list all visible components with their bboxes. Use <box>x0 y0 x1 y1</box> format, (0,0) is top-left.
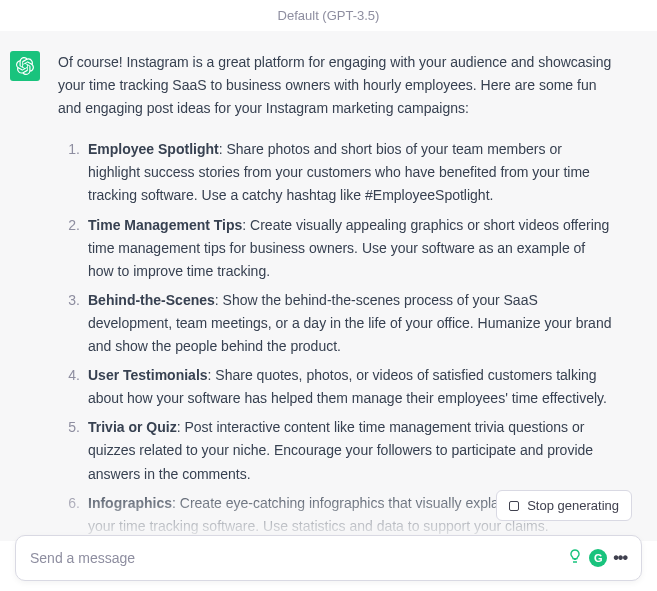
message-inner: Of course! Instagram is a great platform… <box>0 51 657 541</box>
grammarly-icon[interactable]: G <box>589 549 607 567</box>
input-icons: G ••• <box>567 548 627 568</box>
list-number: 1. <box>58 138 80 207</box>
list-title: Employee Spotlight <box>88 141 219 157</box>
intro-text: Of course! Instagram is a great platform… <box>58 51 612 120</box>
list-content: Employee Spotlight: Share photos and sho… <box>88 138 612 207</box>
input-container[interactable]: G ••• <box>15 535 642 581</box>
list-item: 2. Time Management Tips: Create visually… <box>58 214 612 283</box>
header: Default (GPT-3.5) <box>0 0 657 31</box>
list-title: Behind-the-Scenes <box>88 292 215 308</box>
list-item: 1. Employee Spotlight: Share photos and … <box>58 138 612 207</box>
openai-logo-icon <box>16 57 34 75</box>
list-item: 3. Behind-the-Scenes: Show the behind-th… <box>58 289 612 358</box>
list-content: Time Management Tips: Create visually ap… <box>88 214 612 283</box>
message-input[interactable] <box>30 550 567 566</box>
more-icon[interactable]: ••• <box>613 549 627 567</box>
list-number: 3. <box>58 289 80 358</box>
list-number: 5. <box>58 416 80 485</box>
list-title: Trivia or Quiz <box>88 419 177 435</box>
message-content: Of course! Instagram is a great platform… <box>58 51 647 541</box>
model-label: Default (GPT-3.5) <box>278 8 380 23</box>
list-title: Infographics <box>88 495 172 511</box>
list-title: Time Management Tips <box>88 217 242 233</box>
list-content: Behind-the-Scenes: Show the behind-the-s… <box>88 289 612 358</box>
list-item: 5. Trivia or Quiz: Post interactive cont… <box>58 416 612 485</box>
list-title: User Testimonials <box>88 367 208 383</box>
list-number: 2. <box>58 214 80 283</box>
list-content: Trivia or Quiz: Post interactive content… <box>88 416 612 485</box>
assistant-avatar <box>10 51 40 81</box>
stop-label: Stop generating <box>527 498 619 513</box>
list-number: 4. <box>58 364 80 410</box>
list-item: 4. User Testimonials: Share quotes, phot… <box>58 364 612 410</box>
list-number: 6. <box>58 492 80 538</box>
list-content: User Testimonials: Share quotes, photos,… <box>88 364 612 410</box>
message-container: Of course! Instagram is a great platform… <box>0 31 657 541</box>
stop-icon <box>509 501 519 511</box>
bulb-icon[interactable] <box>567 548 583 568</box>
stop-generating-button[interactable]: Stop generating <box>496 490 632 521</box>
